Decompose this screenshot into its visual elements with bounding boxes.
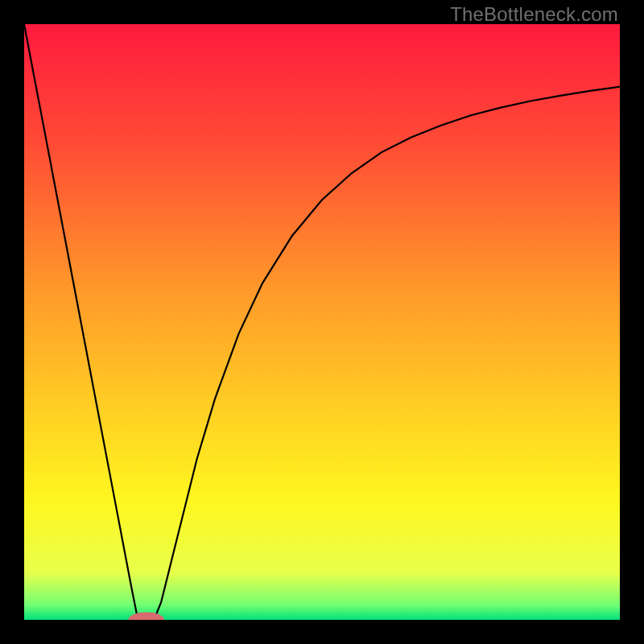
bottleneck-chart xyxy=(24,24,620,620)
chart-frame xyxy=(24,24,620,620)
watermark-text: TheBottleneck.com xyxy=(450,3,618,26)
gradient-background xyxy=(24,24,620,620)
